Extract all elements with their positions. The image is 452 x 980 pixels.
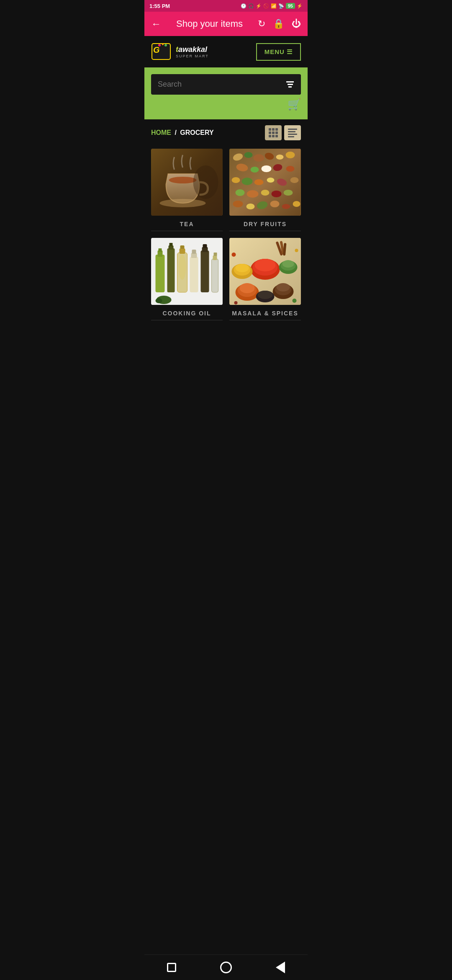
svg-rect-49	[180, 245, 185, 249]
svg-point-5	[164, 44, 167, 46]
svg-point-73	[240, 283, 255, 293]
logo-text-block: tawakkal SUPER MART	[176, 45, 209, 58]
search-input[interactable]	[151, 74, 279, 95]
tea-image-svg	[151, 149, 223, 216]
bolt-icon: ⚡	[256, 3, 262, 9]
svg-point-18	[251, 167, 259, 173]
blocked-icon: 🚫	[263, 3, 269, 9]
grid-view-button[interactable]	[265, 125, 282, 140]
svg-point-29	[247, 190, 259, 198]
breadcrumb-home[interactable]: HOME	[151, 129, 171, 136]
product-image-tea	[151, 149, 223, 216]
svg-rect-50	[190, 257, 198, 292]
svg-rect-45	[170, 243, 173, 246]
product-name-dryfruits: DRY FRUITS	[244, 221, 287, 227]
grid-icon	[269, 128, 278, 137]
breadcrumb-current: GROCERY	[180, 129, 213, 136]
back-button[interactable]: ←	[151, 18, 161, 30]
svg-point-64	[255, 259, 276, 271]
svg-point-37	[282, 204, 290, 209]
svg-point-16	[286, 152, 295, 158]
svg-point-27	[290, 177, 299, 183]
product-name-tea: TEA	[180, 221, 194, 227]
svg-point-4	[162, 44, 164, 45]
svg-point-76	[277, 283, 290, 291]
svg-point-67	[236, 264, 249, 272]
svg-point-78	[258, 291, 273, 299]
svg-point-22	[232, 177, 240, 183]
filter-button[interactable]	[279, 75, 301, 95]
product-divider-dryfruits	[229, 231, 301, 231]
cart-row: 🛒	[151, 95, 301, 111]
svg-point-3	[158, 44, 161, 46]
power-button[interactable]: ⏻	[292, 18, 301, 29]
product-card-dryfruits[interactable]: DRY FRUITS	[229, 149, 301, 231]
search-container	[151, 74, 301, 95]
product-card-cookingoil[interactable]: COOKING OIL	[151, 238, 223, 320]
product-name-cookingoil: COOKING OIL	[162, 310, 211, 317]
svg-point-82	[293, 299, 297, 303]
svg-point-25	[267, 178, 275, 183]
svg-point-15	[276, 155, 284, 160]
lock-button[interactable]: 🔒	[273, 18, 284, 29]
svg-point-23	[242, 178, 253, 185]
search-section: 🛒	[144, 67, 308, 119]
wifi-icon: 📡	[278, 3, 284, 9]
svg-rect-55	[203, 244, 207, 248]
refresh-button[interactable]: ↻	[258, 18, 265, 29]
product-card-masala[interactable]: MASALA & SPICES	[229, 238, 301, 320]
svg-point-36	[270, 201, 280, 207]
logo-container: G tawakkal SUPER MART	[151, 40, 209, 63]
svg-point-70	[282, 260, 294, 268]
cart-button[interactable]: 🛒	[288, 98, 301, 111]
list-view-button[interactable]	[284, 125, 301, 140]
menu-button[interactable]: MENU ☰	[256, 43, 301, 61]
filter-icon	[286, 80, 294, 89]
logo-subtext: SUPER MART	[176, 54, 209, 58]
svg-text:G: G	[153, 45, 160, 54]
product-card-tea[interactable]: TEA	[151, 149, 223, 231]
product-name-masala: MASALA & SPICES	[232, 310, 298, 317]
svg-point-30	[261, 190, 270, 196]
breadcrumb-separator: /	[175, 129, 176, 136]
svg-point-28	[236, 189, 245, 196]
charging-icon: ⚡	[297, 3, 303, 9]
svg-point-47	[179, 255, 186, 280]
svg-point-19	[262, 165, 272, 172]
svg-point-21	[286, 166, 295, 172]
svg-point-24	[254, 179, 264, 185]
svg-point-38	[293, 201, 300, 207]
svg-point-34	[247, 204, 255, 209]
svg-point-80	[295, 249, 298, 252]
product-divider-cookingoil	[151, 320, 223, 320]
svg-point-13	[254, 154, 265, 162]
view-toggles	[265, 125, 301, 140]
list-icon	[288, 129, 297, 137]
svg-point-79	[232, 253, 236, 257]
masala-image-svg	[229, 238, 301, 305]
product-divider-masala	[229, 320, 301, 320]
logo-icon: G	[151, 40, 174, 63]
svg-point-60	[156, 298, 162, 303]
breadcrumb-bar: HOME / GROCERY	[144, 119, 308, 144]
product-divider-tea	[151, 231, 223, 231]
alarm-icon: 🕐	[241, 3, 247, 9]
svg-point-12	[244, 152, 253, 158]
svg-point-9	[193, 165, 218, 199]
page-title: Shop your items	[176, 18, 243, 29]
breadcrumb: HOME / GROCERY	[151, 129, 214, 137]
header-actions: ↻ 🔒 ⏻	[258, 18, 301, 29]
product-image-dryfruits	[229, 149, 301, 216]
svg-rect-42	[159, 248, 162, 252]
svg-rect-43	[167, 248, 175, 292]
svg-rect-48	[180, 248, 185, 254]
cookingoil-image-svg	[151, 238, 223, 305]
svg-point-81	[234, 301, 238, 304]
svg-point-33	[233, 201, 243, 207]
status-time: 1:55 PM	[149, 3, 170, 9]
status-icons: 🕐 🎧 ⚡ 🚫 📶 📡 95 ⚡	[241, 3, 303, 9]
svg-point-8	[169, 177, 197, 183]
svg-rect-52	[192, 250, 196, 254]
battery-indicator: 95	[286, 3, 295, 9]
svg-rect-56	[212, 259, 218, 292]
